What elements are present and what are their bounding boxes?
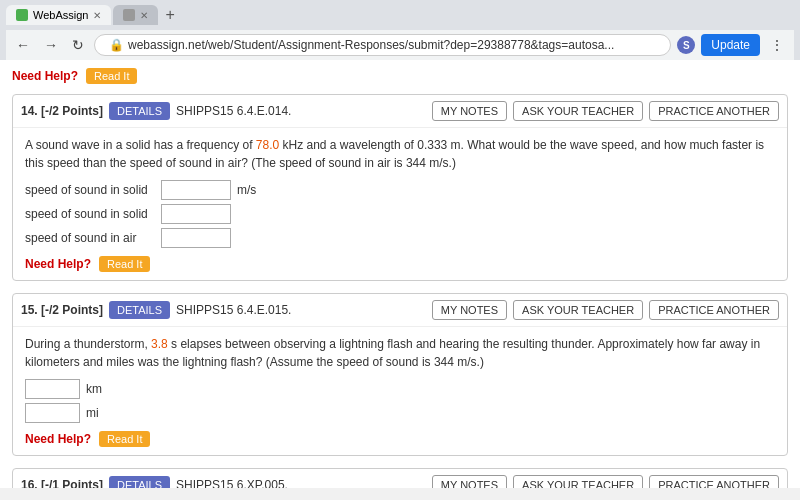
inactive-tab[interactable]: ✕	[113, 5, 158, 25]
question-15-header: 15. [-/2 Points] DETAILS SHIPPS15 6.4.E.…	[13, 294, 787, 327]
browser-chrome: WebAssign ✕ ✕ + ← → ↻ 🔒 webassign.net/we…	[0, 0, 800, 60]
q15-input-1[interactable]	[25, 379, 80, 399]
menu-btn[interactable]: ⋮	[766, 35, 788, 55]
tab-close-btn[interactable]: ✕	[93, 10, 101, 21]
back-btn[interactable]: ←	[12, 35, 34, 55]
q14-input-row-3: speed of sound in air	[25, 228, 775, 248]
question-15-body: During a thunderstorm, 3.8 s elapses bet…	[13, 327, 787, 455]
q14-practice-btn[interactable]: PRACTICE ANOTHER	[649, 101, 779, 121]
q14-code: SHIPPS15 6.4.E.014.	[176, 104, 426, 118]
question-block-16: 16. [-/1 Points] DETAILS SHIPPS15 6.XP.0…	[12, 468, 788, 488]
q14-input-row-2: speed of sound in solid	[25, 204, 775, 224]
q16-ask-teacher-btn[interactable]: ASK YOUR TEACHER	[513, 475, 643, 488]
q15-number: 15. [-/2 Points]	[21, 303, 103, 317]
q14-need-help-text: Need Help?	[25, 257, 91, 271]
question-14-body: A sound wave in a solid has a frequency …	[13, 128, 787, 280]
q15-input-row-2: mi	[25, 403, 775, 423]
tab-close-btn-2[interactable]: ✕	[140, 10, 148, 21]
tab-bar: WebAssign ✕ ✕ +	[6, 4, 794, 26]
need-help-top: Need Help? Read It	[12, 68, 788, 84]
read-it-top-btn[interactable]: Read It	[86, 68, 137, 84]
q15-text: During a thunderstorm, 3.8 s elapses bet…	[25, 335, 775, 371]
q16-code: SHIPPS15 6.XP.005.	[176, 478, 426, 488]
q14-details-btn[interactable]: DETAILS	[109, 102, 170, 120]
reload-btn[interactable]: ↻	[68, 35, 88, 55]
q14-input-2[interactable]	[161, 204, 231, 224]
question-14-header: 14. [-/2 Points] DETAILS SHIPPS15 6.4.E.…	[13, 95, 787, 128]
q15-practice-btn[interactable]: PRACTICE ANOTHER	[649, 300, 779, 320]
q14-ask-teacher-btn[interactable]: ASK YOUR TEACHER	[513, 101, 643, 121]
q14-label-2: speed of sound in solid	[25, 207, 155, 221]
q14-label-3: speed of sound in air	[25, 231, 155, 245]
q16-details-btn[interactable]: DETAILS	[109, 476, 170, 488]
q15-unit-1: km	[86, 382, 102, 396]
q14-read-it-btn[interactable]: Read It	[99, 256, 150, 272]
q15-my-notes-btn[interactable]: MY NOTES	[432, 300, 507, 320]
q15-need-help-text: Need Help?	[25, 432, 91, 446]
tab-favicon	[16, 9, 28, 21]
q16-number: 16. [-/1 Points]	[21, 478, 103, 488]
page-content: Need Help? Read It 14. [-/2 Points] DETA…	[0, 60, 800, 488]
q15-details-btn[interactable]: DETAILS	[109, 301, 170, 319]
new-tab-btn[interactable]: +	[160, 4, 179, 26]
q15-need-help-row: Need Help? Read It	[25, 431, 775, 447]
q14-number: 14. [-/2 Points]	[21, 104, 103, 118]
url-text: webassign.net/web/Student/Assignment-Res…	[128, 38, 614, 52]
lock-icon: 🔒	[109, 38, 124, 52]
q14-label-1: speed of sound in solid	[25, 183, 155, 197]
user-avatar[interactable]: S	[677, 36, 695, 54]
q14-input-row-1: speed of sound in solid m/s	[25, 180, 775, 200]
q14-input-3[interactable]	[161, 228, 231, 248]
q14-text: A sound wave in a solid has a frequency …	[25, 136, 775, 172]
update-btn[interactable]: Update	[701, 34, 760, 56]
question-16-header: 16. [-/1 Points] DETAILS SHIPPS15 6.XP.0…	[13, 469, 787, 488]
tab-favicon-2	[123, 9, 135, 21]
forward-btn[interactable]: →	[40, 35, 62, 55]
q14-input-1[interactable]	[161, 180, 231, 200]
q15-input-row-1: km	[25, 379, 775, 399]
question-block-14: 14. [-/2 Points] DETAILS SHIPPS15 6.4.E.…	[12, 94, 788, 281]
q15-read-it-btn[interactable]: Read It	[99, 431, 150, 447]
q16-practice-btn[interactable]: PRACTICE ANOTHER	[649, 475, 779, 488]
q14-need-help-row: Need Help? Read It	[25, 256, 775, 272]
q15-unit-2: mi	[86, 406, 99, 420]
q14-highlight-1: 78.0	[256, 138, 279, 152]
question-block-15: 15. [-/2 Points] DETAILS SHIPPS15 6.4.E.…	[12, 293, 788, 456]
q15-highlight-1: 3.8	[151, 337, 168, 351]
q15-input-2[interactable]	[25, 403, 80, 423]
q15-ask-teacher-btn[interactable]: ASK YOUR TEACHER	[513, 300, 643, 320]
need-help-top-text: Need Help?	[12, 69, 78, 83]
active-tab[interactable]: WebAssign ✕	[6, 5, 111, 25]
q16-my-notes-btn[interactable]: MY NOTES	[432, 475, 507, 488]
tab-label: WebAssign	[33, 9, 88, 21]
q15-code: SHIPPS15 6.4.E.015.	[176, 303, 426, 317]
q14-unit-1: m/s	[237, 183, 256, 197]
nav-bar: ← → ↻ 🔒 webassign.net/web/Student/Assign…	[6, 30, 794, 60]
q14-my-notes-btn[interactable]: MY NOTES	[432, 101, 507, 121]
address-bar[interactable]: 🔒 webassign.net/web/Student/Assignment-R…	[94, 34, 671, 56]
nav-icons: S Update ⋮	[677, 34, 788, 56]
